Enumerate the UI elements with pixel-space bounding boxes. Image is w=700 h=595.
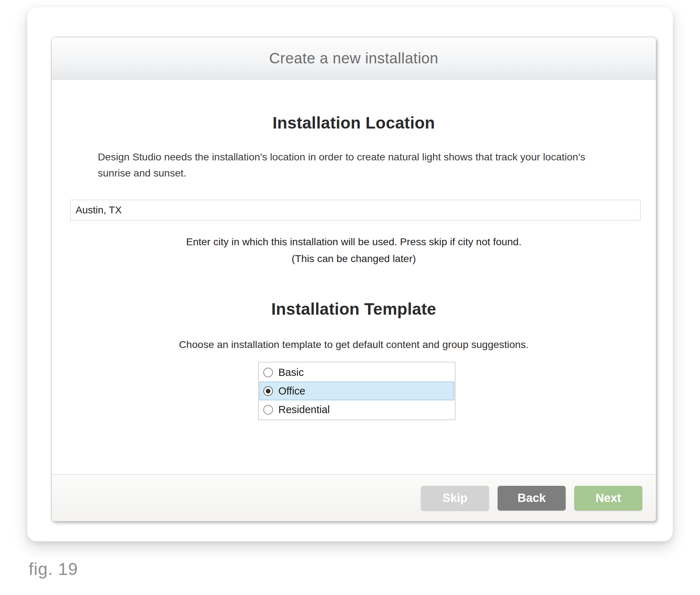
- next-button[interactable]: Next: [574, 486, 642, 511]
- create-installation-dialog: Create a new installation Installation L…: [51, 37, 656, 522]
- dialog-titlebar: Create a new installation: [52, 37, 656, 80]
- radio-unselected-icon: [263, 405, 273, 415]
- city-input[interactable]: [70, 200, 641, 221]
- template-option-residential[interactable]: Residential: [259, 400, 454, 419]
- back-button[interactable]: Back: [498, 486, 566, 511]
- city-hint-line1: Enter city in which this installation wi…: [52, 233, 656, 250]
- skip-button[interactable]: Skip: [421, 486, 489, 511]
- template-description: Choose an installation template to get d…: [52, 339, 656, 350]
- dialog-footer: Skip Back Next: [52, 474, 656, 521]
- template-option-label: Basic: [278, 367, 304, 378]
- radio-unselected-icon: [263, 368, 273, 377]
- city-hint-line2: (This can be changed later): [52, 250, 656, 267]
- template-option-basic[interactable]: Basic: [259, 363, 454, 382]
- template-option-label: Residential: [278, 404, 330, 416]
- template-option-label: Office: [278, 385, 305, 397]
- dialog-title: Create a new installation: [269, 50, 438, 67]
- figure-caption: fig. 19: [29, 559, 78, 579]
- template-option-office[interactable]: Office: [259, 382, 454, 400]
- city-hint: Enter city in which this installation wi…: [52, 233, 656, 267]
- template-listbox: Basic Office Residential: [258, 362, 455, 420]
- figure-card: Create a new installation Installation L…: [27, 7, 673, 541]
- radio-selected-icon: [263, 386, 273, 396]
- location-description: Design Studio needs the installation's l…: [98, 149, 613, 181]
- section-title-installation-template: Installation Template: [52, 299, 656, 319]
- section-title-installation-location: Installation Location: [52, 113, 656, 132]
